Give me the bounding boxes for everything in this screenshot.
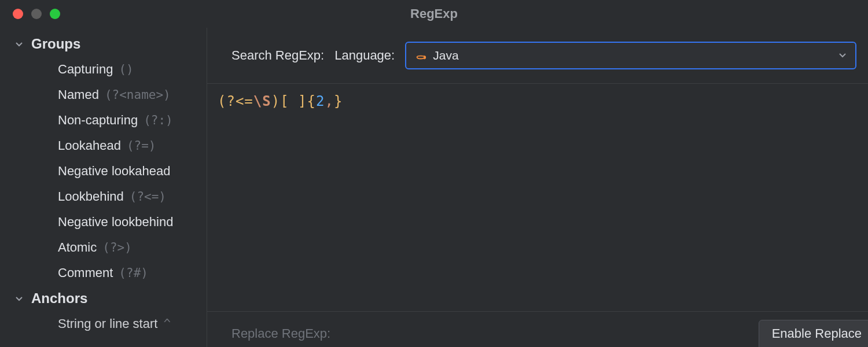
search-regexp-label: Search RegExp: (231, 48, 324, 63)
chevron-down-icon (14, 293, 24, 304)
sidebar-item-label: Capturing (58, 62, 113, 77)
sidebar-item-label: Non-capturing (58, 113, 138, 128)
search-toolbar: Search RegExp: Language: Java (207, 28, 868, 84)
sidebar-item-syntax: (?=) (127, 139, 156, 153)
sidebar-item-syntax: (?<name>) (105, 88, 171, 102)
sidebar-item-syntax: (?<=) (130, 190, 166, 204)
sidebar-item-syntax: (?#) (119, 266, 148, 280)
sidebar-item-comment[interactable]: Comment (?#) (0, 260, 207, 286)
sidebar-item-capturing[interactable]: Capturing () (0, 57, 207, 82)
sidebar-item-negative-lookbehind[interactable]: Negative lookbehind (0, 209, 207, 235)
sidebar-item-label: String or line start (58, 316, 157, 331)
java-icon (414, 49, 427, 62)
sidebar-item-non-capturing[interactable]: Non-capturing (?:) (0, 108, 207, 133)
sidebar-item-label: Negative lookahead (58, 164, 170, 179)
sidebar-item-label: Atomic (58, 240, 97, 255)
regex-editor[interactable]: (?<=\S)[ ]{2,} (207, 84, 868, 311)
sidebar-item-label: Lookahead (58, 138, 121, 153)
replace-regexp-label: Replace RegExp: (231, 326, 330, 341)
language-value: Java (433, 49, 832, 62)
sidebar-item-label: Lookbehind (58, 189, 124, 204)
sidebar: Groups Capturing () Named (?<name>) Non-… (0, 28, 207, 347)
section-title: Groups (31, 36, 80, 52)
sidebar-item-string-start[interactable]: String or line start ^ (0, 311, 207, 337)
sidebar-item-syntax: (?>) (102, 241, 132, 254)
language-label: Language: (334, 48, 395, 63)
sidebar-item-syntax: () (119, 62, 133, 76)
enable-replace-button[interactable]: Enable Replace (759, 320, 868, 348)
maximize-icon[interactable] (50, 9, 60, 19)
window-controls (0, 9, 60, 19)
minimize-icon[interactable] (31, 9, 42, 19)
sidebar-item-named[interactable]: Named (?<name>) (0, 82, 207, 108)
chevron-down-icon (838, 48, 847, 63)
language-select[interactable]: Java (405, 42, 856, 69)
chevron-down-icon (14, 39, 24, 49)
sidebar-section-groups[interactable]: Groups (0, 31, 207, 57)
sidebar-item-label: Comment (58, 265, 113, 280)
close-icon[interactable] (13, 9, 23, 19)
sidebar-item-syntax: (?:) (144, 113, 173, 127)
sidebar-section-anchors[interactable]: Anchors (0, 286, 207, 311)
sidebar-item-label: Negative lookbehind (58, 215, 173, 230)
sidebar-item-atomic[interactable]: Atomic (?>) (0, 235, 207, 260)
sidebar-item-label: Named (58, 87, 99, 102)
replace-toolbar: Replace RegExp: Enable Replace (207, 311, 868, 347)
sidebar-item-lookbehind[interactable]: Lookbehind (?<=) (0, 184, 207, 209)
main-panel: Search RegExp: Language: Java (?<=\S)[ ]… (207, 28, 868, 347)
section-title: Anchors (31, 290, 87, 307)
sidebar-item-negative-lookahead[interactable]: Negative lookahead (0, 158, 207, 184)
window-title: RegExp (0, 6, 868, 21)
content: Groups Capturing () Named (?<name>) Non-… (0, 28, 868, 347)
sidebar-item-lookahead[interactable]: Lookahead (?=) (0, 133, 207, 158)
sidebar-item-syntax: ^ (163, 317, 171, 331)
titlebar: RegExp (0, 0, 868, 28)
